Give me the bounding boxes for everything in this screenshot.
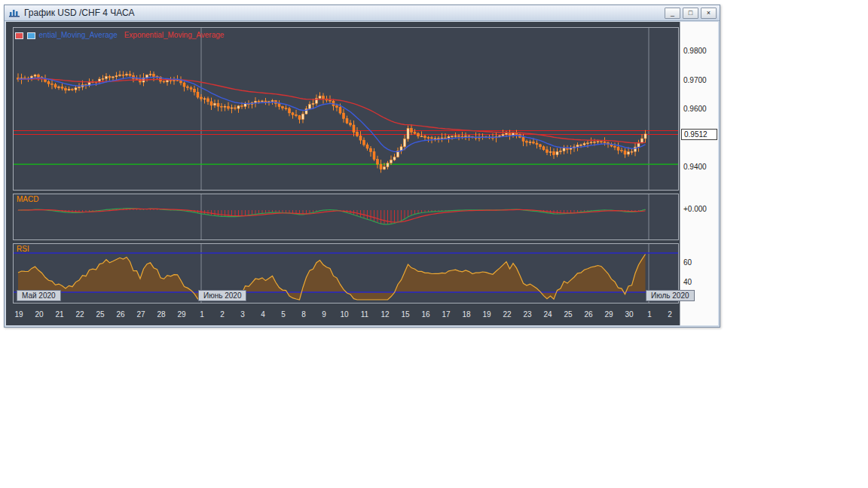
date-label: 2: [668, 310, 672, 319]
date-label: 22: [75, 310, 84, 319]
date-label: 5: [281, 310, 286, 319]
date-label: 1: [647, 310, 652, 319]
time-axis: 1920212225262728291234589101112151617181…: [6, 303, 680, 324]
date-label: 10: [340, 310, 348, 319]
month-label: Май 2020: [17, 290, 61, 301]
rsi-label: RSI: [17, 245, 29, 253]
date-label: 4: [261, 310, 265, 319]
macd-panel[interactable]: MACD: [13, 194, 679, 240]
chart-icon: [9, 8, 20, 17]
price-panel[interactable]: [13, 27, 679, 191]
date-label: 21: [55, 310, 63, 319]
indicator-legend: ential_Moving_Average Exponential_Moving…: [15, 31, 224, 39]
date-label: 25: [564, 310, 572, 319]
red-indicator-chip[interactable]: [15, 32, 23, 39]
macd-chart: [14, 194, 678, 239]
date-label: 29: [177, 310, 185, 319]
date-label: 25: [96, 310, 104, 319]
window-title: График USD /CHF 4 ЧАСА: [24, 8, 662, 18]
date-label: 29: [604, 310, 613, 319]
close-button[interactable]: ×: [701, 8, 717, 19]
restore-button[interactable]: □: [683, 8, 698, 19]
ema-slow-label: Exponential_Moving_Average: [124, 31, 225, 39]
price-scale-label: 0.9400: [683, 163, 707, 171]
price-scale-label: 0.9600: [683, 105, 707, 113]
rsi-scale-label: 60: [683, 258, 692, 267]
date-label: 12: [381, 310, 389, 319]
price-scale-label: 0.9700: [683, 76, 707, 84]
candlestick-chart: [14, 28, 678, 190]
month-label: Июль 2020: [646, 290, 695, 301]
date-label: 9: [322, 310, 326, 319]
rsi-chart: [14, 244, 678, 303]
date-label: 26: [584, 310, 592, 319]
date-label: 17: [442, 310, 450, 319]
date-label: 1: [200, 310, 204, 319]
chart-window: График USD /CHF 4 ЧАСА _ □ × MACD RSI en…: [4, 5, 720, 328]
date-label: 28: [157, 310, 165, 319]
date-label: 11: [361, 310, 368, 319]
date-label: 3: [240, 310, 245, 319]
titlebar[interactable]: График USD /CHF 4 ЧАСА _ □ ×: [5, 5, 720, 21]
date-label: 18: [462, 310, 470, 319]
date-label: 23: [523, 310, 531, 319]
month-label: Июнь 2020: [198, 290, 246, 301]
rsi-panel[interactable]: RSI: [13, 243, 679, 303]
date-label: 20: [35, 310, 43, 319]
date-label: 16: [421, 310, 429, 319]
date-label: 26: [116, 310, 124, 319]
macd-label: MACD: [17, 195, 38, 203]
date-label: 27: [136, 310, 145, 319]
date-label: 30: [625, 310, 633, 319]
price-scale: 0.9512 0.98000.97000.96000.9400+0.000604…: [680, 22, 718, 325]
desktop: График USD /CHF 4 ЧАСА _ □ × MACD RSI en…: [0, 0, 868, 488]
chart-area: MACD RSI ential_Moving_Average Exponenti…: [6, 22, 718, 325]
date-label: 22: [503, 310, 511, 319]
ema-fast-label: ential_Moving_Average: [39, 31, 118, 39]
rsi-scale-label: 40: [683, 278, 692, 286]
date-label: 19: [14, 310, 23, 319]
date-label: 19: [482, 310, 491, 319]
blue-indicator-chip[interactable]: [27, 32, 35, 39]
macd-scale-label: +0.000: [683, 205, 707, 213]
minimize-button[interactable]: _: [665, 8, 680, 19]
current-price-box: 0.9512: [681, 129, 717, 140]
price-scale-label: 0.9800: [683, 47, 707, 55]
date-label: 24: [543, 310, 552, 319]
date-label: 2: [220, 310, 225, 319]
date-label: 15: [401, 310, 409, 319]
date-label: 8: [301, 310, 306, 319]
